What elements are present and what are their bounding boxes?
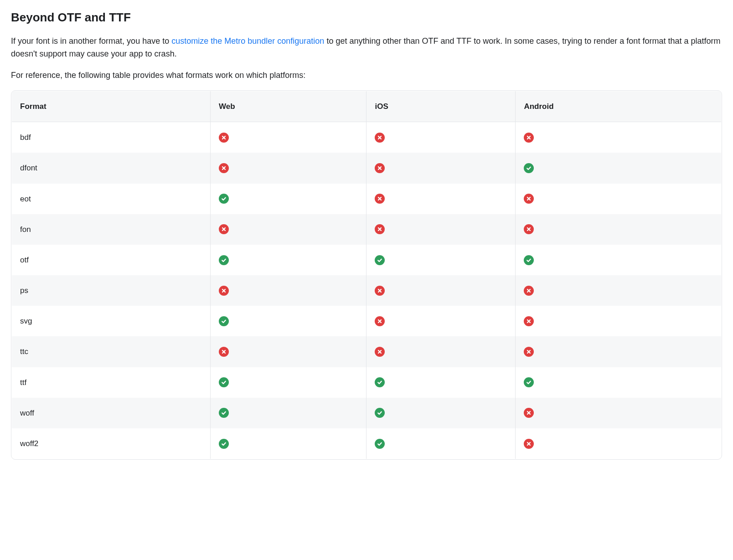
cell-android <box>516 336 722 367</box>
cross-icon <box>375 286 385 296</box>
cross-icon <box>219 163 229 173</box>
cross-icon <box>375 224 385 234</box>
check-icon <box>219 316 229 326</box>
table-row: svg <box>12 306 722 336</box>
check-icon <box>524 377 534 387</box>
cell-format: eot <box>12 184 211 214</box>
cross-icon <box>219 224 229 234</box>
cross-icon <box>375 163 385 173</box>
check-icon <box>375 408 385 418</box>
check-icon <box>219 377 229 387</box>
column-header-ios: iOS <box>366 91 516 122</box>
cross-icon <box>375 347 385 357</box>
check-icon <box>219 194 229 204</box>
table-row: ps <box>12 275 722 306</box>
cell-ios <box>366 153 516 183</box>
table-row: woff2 <box>12 428 722 459</box>
cell-format: bdf <box>12 122 211 153</box>
cell-format: woff <box>12 398 211 428</box>
cross-icon <box>219 133 229 143</box>
check-icon <box>524 163 534 173</box>
table-row: woff <box>12 398 722 428</box>
cell-format: fon <box>12 214 211 245</box>
column-header-android: Android <box>516 91 722 122</box>
cross-icon <box>524 347 534 357</box>
cell-web <box>210 398 366 428</box>
cell-android <box>516 153 722 183</box>
cell-format: ttc <box>12 336 211 367</box>
cell-android <box>516 214 722 245</box>
format-support-table: Format Web iOS Android bdfdfonteotfonotf… <box>11 90 722 460</box>
cell-web <box>210 245 366 275</box>
cross-icon <box>524 408 534 418</box>
cell-format: ttf <box>12 367 211 398</box>
intro-paragraph-2: For reference, the following table provi… <box>11 69 722 82</box>
cell-format: ps <box>12 275 211 306</box>
cell-ios <box>366 245 516 275</box>
cell-web <box>210 428 366 459</box>
cell-format: otf <box>12 245 211 275</box>
table-row: otf <box>12 245 722 275</box>
cell-ios <box>366 122 516 153</box>
cross-icon <box>524 194 534 204</box>
cell-web <box>210 122 366 153</box>
cell-ios <box>366 214 516 245</box>
check-icon <box>219 255 229 265</box>
cell-web <box>210 275 366 306</box>
metro-config-link[interactable]: customize the Metro bundler configuratio… <box>171 36 324 46</box>
cell-android <box>516 398 722 428</box>
cell-ios <box>366 428 516 459</box>
table-row: bdf <box>12 122 722 153</box>
cell-web <box>210 306 366 336</box>
table-row: fon <box>12 214 722 245</box>
cell-format: woff2 <box>12 428 211 459</box>
cross-icon <box>524 224 534 234</box>
cell-ios <box>366 367 516 398</box>
cross-icon <box>524 286 534 296</box>
cell-android <box>516 122 722 153</box>
cell-web <box>210 214 366 245</box>
column-header-format: Format <box>12 91 211 122</box>
cell-ios <box>366 184 516 214</box>
cell-format: dfont <box>12 153 211 183</box>
cross-icon <box>524 316 534 326</box>
table-row: dfont <box>12 153 722 183</box>
cell-web <box>210 184 366 214</box>
page-title: Beyond OTF and TTF <box>11 8 722 27</box>
cell-android <box>516 367 722 398</box>
cell-android <box>516 245 722 275</box>
check-icon <box>375 377 385 387</box>
table-row: ttc <box>12 336 722 367</box>
cell-ios <box>366 398 516 428</box>
cross-icon <box>219 347 229 357</box>
check-icon <box>375 439 385 449</box>
cross-icon <box>375 316 385 326</box>
cross-icon <box>375 133 385 143</box>
cell-android <box>516 275 722 306</box>
check-icon <box>375 255 385 265</box>
cell-ios <box>366 306 516 336</box>
cell-web <box>210 336 366 367</box>
cell-ios <box>366 275 516 306</box>
intro-paragraph-1: If your font is in another format, you h… <box>11 35 722 61</box>
cell-web <box>210 367 366 398</box>
check-icon <box>524 255 534 265</box>
column-header-web: Web <box>210 91 366 122</box>
cell-format: svg <box>12 306 211 336</box>
table-row: ttf <box>12 367 722 398</box>
cross-icon <box>524 439 534 449</box>
cross-icon <box>375 194 385 204</box>
cell-ios <box>366 336 516 367</box>
table-row: eot <box>12 184 722 214</box>
cross-icon <box>219 286 229 296</box>
cross-icon <box>524 133 534 143</box>
cell-android <box>516 184 722 214</box>
text-before-link: If your font is in another format, you h… <box>11 36 171 46</box>
cell-web <box>210 153 366 183</box>
cell-android <box>516 306 722 336</box>
check-icon <box>219 439 229 449</box>
check-icon <box>219 408 229 418</box>
cell-android <box>516 428 722 459</box>
